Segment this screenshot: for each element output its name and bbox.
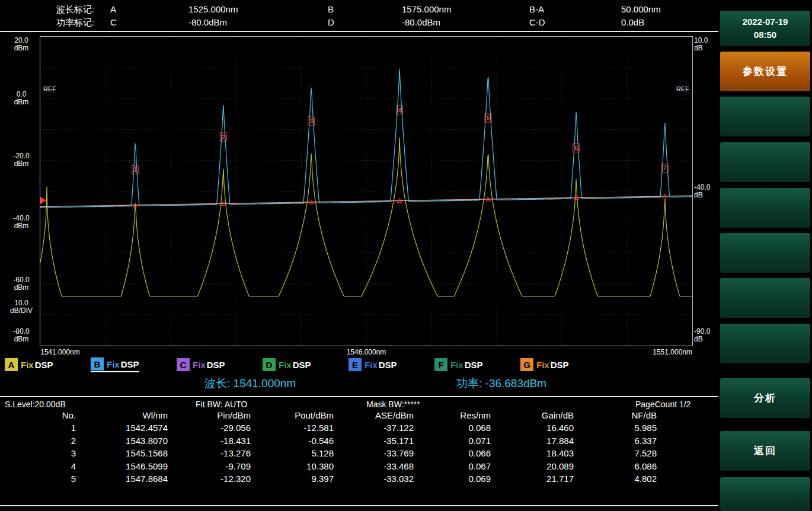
wavelength-readout-value: 1541.000nm: [234, 377, 296, 389]
table-cell: 0.067: [421, 461, 498, 471]
y-axis-right-label: 10.0dB: [694, 37, 720, 52]
softkey-empty: [720, 233, 810, 273]
table-cell: 5: [0, 474, 83, 484]
y-axis-tick-value: -40.0: [5, 215, 38, 222]
power-readout-label: 功率:: [456, 377, 482, 389]
legend-item-trace-b[interactable]: BFixDSP: [91, 357, 139, 372]
table-cell: -13.276: [175, 448, 258, 458]
table-cell: 4: [0, 461, 83, 471]
legend-item-trace-d[interactable]: DFixDSP: [263, 357, 311, 372]
table-cell: 6.086: [581, 461, 664, 471]
marker-b-value: 1575.000nm: [402, 4, 451, 14]
table-header-cell: Pin/dBm: [175, 410, 258, 420]
softkey-parameter-settings[interactable]: 参数设置: [720, 52, 810, 91]
trace-mode-dsp-label: DSP: [207, 360, 225, 370]
cursor-readout: 波长: 1541.000nm 功率: -36.683dBm: [0, 376, 718, 392]
y-axis-left-label: -20.0dBm: [5, 152, 38, 168]
table-cell: -33.769: [341, 448, 421, 458]
softkey-empty: [720, 477, 810, 511]
table-cell: 1543.8070: [83, 436, 175, 446]
y-axis-tick-unit: dBm: [5, 284, 38, 292]
softkey-sidebar: 2022-07-19 08:50 参数设置分析返回: [718, 0, 812, 511]
y-axis-left-label: 20.0dBm: [5, 37, 38, 52]
trace-start-marker: [40, 197, 46, 204]
legend-item-trace-a[interactable]: AFixDSP: [5, 357, 53, 372]
table-header-cell: NF/dB: [581, 410, 664, 420]
marker-cd-value: 0.0dB: [621, 17, 644, 27]
table-divider: [0, 396, 718, 397]
table-cell: 0.069: [421, 474, 498, 484]
y-axis-right-label: -40.0dB: [694, 184, 720, 199]
trace-mode-dsp-label: DSP: [35, 360, 53, 370]
wavelength-marker-label: 波长标记:: [56, 4, 94, 15]
trace-letter-badge: G: [520, 358, 533, 371]
table-cell: 18.403: [498, 448, 581, 458]
y-axis-left-label: -40.0dBm: [5, 215, 38, 230]
table-header-row: No.Wl/nmPin/dBmPout/dBmASE/dBmRes/nmGain…: [0, 410, 664, 420]
table-cell: 17.884: [498, 436, 581, 446]
y-axis-tick-unit: dB/DIV: [5, 307, 38, 315]
legend-item-trace-g[interactable]: GFixDSP: [520, 357, 569, 372]
softkey-empty: [720, 97, 810, 136]
table-row: 41546.5099-9.70910.380-33.4680.06720.089…: [0, 461, 664, 471]
wavelength-readout: 波长: 1541.000nm: [204, 376, 296, 391]
time-text: 08:50: [754, 28, 776, 41]
y-axis-tick-value: -60.0: [5, 276, 38, 284]
trace-mode-dsp-label: DSP: [465, 360, 483, 370]
analysis-info-row: S.Level:20.00dB Fit BW: AUTO Mask BW:***…: [0, 400, 718, 410]
legend-item-trace-e[interactable]: EFixDSP: [349, 357, 397, 372]
marker-a-value: 1525.000nm: [188, 4, 238, 14]
table-cell: 3: [0, 448, 83, 458]
marker-ba-value: 50.000nm: [621, 4, 661, 14]
trace-mode-dsp-label: DSP: [379, 360, 397, 370]
table-cell: 1546.5099: [83, 461, 175, 471]
marker-b-name: B: [328, 4, 334, 14]
ref-label-left: REF: [43, 85, 56, 92]
legend-item-trace-f[interactable]: FFixDSP: [434, 357, 483, 372]
table-cell: -33.468: [341, 461, 421, 471]
bottom-divider: [0, 505, 718, 506]
ase-fit-line: [40, 196, 692, 206]
spectrum-plot[interactable]: 1234567REFREF: [40, 36, 693, 346]
mask-bw-value: Mask BW:*****: [366, 400, 420, 409]
softkey-empty: [720, 278, 810, 318]
table-cell: 0.066: [421, 448, 498, 458]
peak-marker-number: 4: [398, 107, 401, 114]
softkey-back[interactable]: 返回: [720, 431, 810, 471]
softkey-empty: [720, 324, 810, 363]
peak-marker-number: 6: [574, 145, 578, 152]
s-level-value: S.Level:20.00dB: [5, 400, 66, 409]
y-axis-tick-unit: dB: [694, 336, 720, 343]
power-marker-label: 功率标记:: [56, 17, 94, 28]
softkey-analysis[interactable]: 分析: [720, 378, 810, 418]
ref-label-right: REF: [676, 85, 689, 92]
peak-marker-number: 3: [309, 118, 313, 124]
y-axis-left-label: -60.0dBm: [5, 276, 38, 292]
table-cell: 1545.1568: [83, 448, 175, 458]
table-header-cell: ASE/dBm: [341, 410, 421, 420]
table-cell: 4.802: [581, 474, 664, 484]
table-cell: -33.032: [341, 474, 421, 484]
table-header-cell: Wl/nm: [83, 410, 175, 420]
table-cell: 1547.8684: [83, 474, 175, 484]
trace-mode-fix-label: Fix: [107, 359, 120, 369]
table-cell: -37.122: [341, 423, 421, 433]
trace-letter-badge: D: [263, 358, 276, 371]
table-cell: 5.985: [581, 423, 664, 433]
softkey-empty: [720, 188, 810, 228]
peak-marker-number: 7: [663, 165, 667, 171]
table-cell: 10.380: [258, 461, 341, 471]
x-axis-tick-label: 1546.000nm: [347, 348, 386, 356]
trace-legend: AFixDSPBFixDSPCFixDSPDFixDSPEFixDSPFFixD…: [5, 357, 657, 375]
table-row: 21543.8070-18.431-0.546-35.1710.07117.88…: [0, 436, 664, 446]
wavelength-marker-row: 波长标记: A 1525.000nm B 1575.000nm B-A 50.0…: [0, 4, 718, 16]
trace-letter-badge: E: [349, 358, 362, 371]
fit-bw-value: Fit BW: AUTO: [196, 400, 247, 409]
legend-item-trace-c[interactable]: CFixDSP: [177, 357, 225, 372]
table-cell: 21.717: [498, 474, 581, 484]
x-axis-tick-label: 1551.000nm: [653, 348, 692, 356]
table-cell: 7.528: [581, 448, 664, 458]
y-axis-left-label: -80.0dBm: [5, 328, 38, 343]
wavelength-readout-label: 波长:: [204, 377, 230, 389]
trace-mode-dsp-label: DSP: [551, 360, 569, 370]
